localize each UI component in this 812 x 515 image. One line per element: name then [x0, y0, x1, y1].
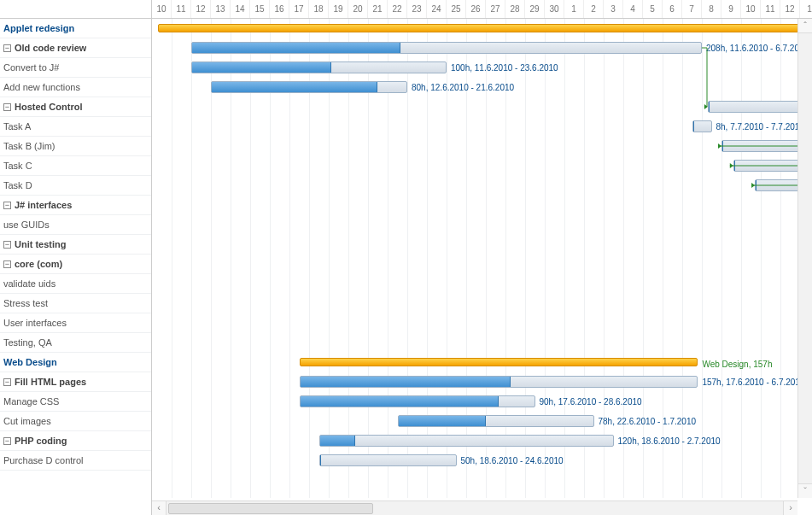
row-label: Manage CSS [3, 396, 59, 407]
chart-row: 50h, 18.6.2010 - 24.6.2010 [152, 451, 812, 471]
gantt-bar[interactable]: 90h, 17.6.2010 - 28.6.2010 [300, 395, 535, 407]
tree-row[interactable]: validate uids [0, 274, 151, 294]
gantt-bar[interactable]: 120h, 18.6.2010 - 2.7.2010 [319, 435, 614, 447]
row-label: Testing, QA [3, 337, 52, 348]
row-label: validate uids [3, 278, 55, 289]
progress-fill [320, 436, 355, 446]
bar-caption: 208h, 11.6.2010 - 6.7.2010 [706, 43, 809, 55]
timeline-tick: 18 [309, 0, 329, 18]
timeline-tick: 10 [741, 0, 761, 18]
task-tree-panel: Applet redesign−Old code reviewConvert t… [0, 0, 152, 515]
collapse-icon[interactable]: − [3, 202, 11, 209]
collapse-icon[interactable]: − [3, 378, 11, 386]
timeline-tick: 13 [211, 0, 231, 18]
gantt-bar[interactable]: 157h, 17.6.2010 - 6.7.2010 [300, 376, 698, 388]
timeline-tick: 11 [172, 0, 191, 18]
tree-row[interactable]: −PHP coding [0, 431, 151, 451]
chart-row [152, 313, 812, 333]
timeline-tick: 28 [505, 0, 525, 18]
tree-row[interactable]: Cut images [0, 412, 151, 431]
gantt-bar[interactable]: 208h, 11.6.2010 - 6.7.2010 [191, 42, 702, 54]
chart-row [152, 156, 812, 176]
bar-caption: 80h, 12.6.2010 - 21.6.2010 [412, 82, 514, 94]
chart-row: 120h, 18.6.2010 - 2.7.2010 [152, 431, 812, 451]
gantt-bar[interactable]: 80h, 12.6.2010 - 21.6.2010 [211, 81, 407, 93]
tree-row[interactable]: Testing, QA [0, 333, 151, 353]
bar-caption: 100h, 11.6.2010 - 23.6.2010 [451, 62, 558, 74]
tree-row[interactable]: Task D [0, 176, 151, 196]
tree-row[interactable]: −Unit testing [0, 235, 151, 255]
timeline-tick: 11 [761, 0, 780, 18]
timeline-tick: 7 [682, 0, 702, 18]
tree-row[interactable]: Stress test [0, 294, 151, 313]
tree-row[interactable]: −Fill HTML pages [0, 372, 151, 392]
gantt-bar[interactable]: 8h, 7.7.2010 - 7.7.2010 [692, 120, 712, 132]
chart-row: 208h, 11.6.2010 - 6.7.2010 [152, 38, 812, 58]
row-label: use GUIDs [3, 219, 50, 230]
tree-row[interactable]: −Old code review [0, 38, 151, 58]
progress-fill [693, 121, 694, 132]
tree-row[interactable]: Task A [0, 117, 151, 137]
collapse-icon[interactable]: − [3, 103, 11, 111]
tree-row[interactable]: Manage CSS [0, 392, 151, 412]
timeline-tick: 1 [800, 0, 812, 18]
scroll-down-icon[interactable]: ˇ [798, 483, 812, 498]
chart-row: 100h, 11.6.2010 - 23.6.2010 [152, 58, 812, 78]
timeline-tick: 17 [289, 0, 309, 18]
collapse-icon[interactable]: − [3, 260, 11, 268]
row-label: Stress test [3, 298, 48, 308]
tree-row[interactable]: −Hosted Control [0, 97, 151, 117]
timeline-tick: 12 [191, 0, 211, 18]
chart-row: 8h, 7.7.2010 - 7.7.2010 [152, 117, 812, 137]
gantt-bar[interactable]: 100h, 11.6.2010 - 23.6.2010 [191, 61, 447, 73]
chart-row [152, 333, 812, 353]
tree-row[interactable]: Applet redesign [0, 19, 151, 38]
gantt-bar[interactable]: 78h, 22.6.2010 - 1.7.2010 [398, 415, 594, 427]
collapse-icon[interactable]: − [3, 44, 11, 52]
bar-caption: 8h, 7.7.2010 - 7.7.2010 [716, 121, 804, 133]
tree-header [0, 0, 151, 19]
gantt-bar[interactable]: Web Design, 157h [300, 358, 698, 366]
tree-row[interactable]: Task C [0, 156, 151, 176]
timeline-tick: 4 [623, 0, 643, 18]
progress-fill [301, 396, 499, 407]
scroll-up-icon[interactable]: ˆ [798, 19, 812, 33]
tree-row[interactable]: Web Design [0, 353, 151, 372]
timeline-tick: 3 [604, 0, 623, 18]
tree-row[interactable]: Task B (Jim) [0, 137, 151, 156]
timeline-tick: 27 [486, 0, 505, 18]
scroll-left-icon[interactable]: ‹ [152, 501, 166, 516]
timeline-tick: 2 [584, 0, 604, 18]
tree-row[interactable]: Convert to J# [0, 58, 151, 78]
timeline-tick: 10 [152, 0, 172, 18]
gantt-bar[interactable] [158, 24, 812, 32]
row-label: Add new functions [3, 82, 80, 92]
scroll-thumb[interactable] [168, 503, 373, 514]
progress-fill [192, 43, 400, 53]
row-label: Fill HTML pages [15, 377, 86, 387]
chart-row [152, 137, 812, 156]
collapse-icon[interactable]: − [3, 241, 11, 249]
tree-row[interactable]: Add new functions [0, 78, 151, 97]
scroll-right-icon[interactable]: › [783, 501, 797, 516]
timeline-tick: 16 [270, 0, 289, 18]
bar-caption: 78h, 22.6.2010 - 1.7.2010 [599, 416, 697, 428]
gantt-bar[interactable] [708, 101, 812, 113]
collapse-icon[interactable]: − [3, 437, 11, 445]
tree-row[interactable]: −core (com) [0, 255, 151, 274]
timeline-tick: 6 [663, 0, 682, 18]
chart-row [152, 294, 812, 313]
progress-fill [320, 455, 321, 465]
vertical-scrollbar[interactable]: ˆ ˇ [797, 19, 812, 498]
timeline-tick: 29 [525, 0, 545, 18]
tree-row[interactable]: −J# interfaces [0, 196, 151, 215]
tree-row[interactable]: Purchase D control [0, 451, 151, 471]
horizontal-scrollbar[interactable]: ‹ › [152, 500, 797, 515]
tree-row[interactable]: User interfaces [0, 313, 151, 333]
row-label: Web Design [3, 357, 57, 367]
row-label: Purchase D control [3, 455, 84, 465]
timeline-panel: 1011121314151617181920212223242526272829… [152, 0, 812, 515]
chart-row [152, 215, 812, 235]
gantt-bar[interactable]: 50h, 18.6.2010 - 24.6.2010 [319, 454, 457, 466]
tree-row[interactable]: use GUIDs [0, 215, 151, 235]
